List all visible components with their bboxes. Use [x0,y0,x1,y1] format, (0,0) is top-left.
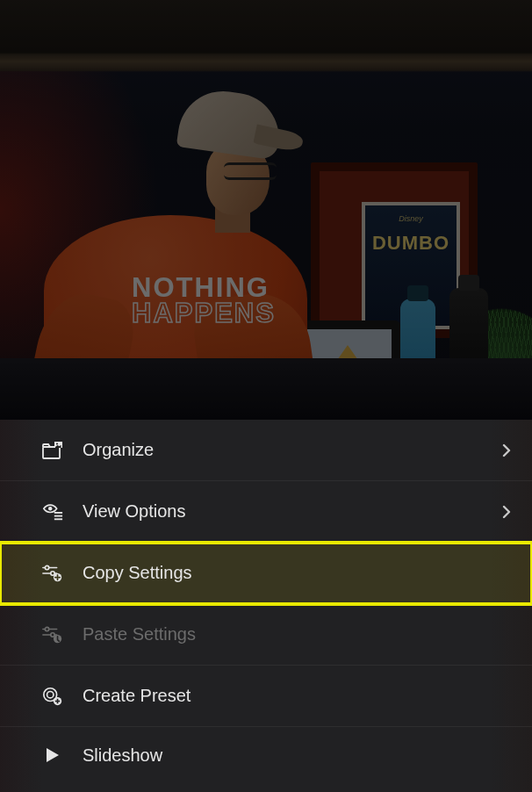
context-menu: Organize View Options [0,420,532,792]
sliders-paste-icon [42,624,63,645]
organize-icon [42,440,63,461]
svg-point-20 [47,691,54,697]
menu-list: Organize View Options [0,420,532,783]
menu-item-organize[interactable]: Organize [0,420,532,481]
play-icon [42,745,63,766]
svg-rect-0 [43,447,60,458]
menu-item-label: Create Preset [83,686,511,706]
svg-point-8 [45,565,48,569]
svg-point-2 [56,443,58,444]
menu-item-slideshow[interactable]: Slideshow [0,727,532,783]
menu-item-label: Copy Settings [83,563,511,583]
menu-item-label: Slideshow [83,745,511,766]
preset-add-icon [42,686,63,707]
menu-item-copy-settings[interactable]: Copy Settings [0,543,532,604]
menu-item-view-options[interactable]: View Options [0,481,532,543]
app-root: Disney DUMBO NOTHING HAPPENS [0,0,532,792]
svg-point-3 [48,507,52,510]
menu-item-label: View Options [83,501,502,522]
sliders-add-icon [42,563,63,584]
menu-item-label: Paste Settings [83,624,511,644]
svg-rect-5 [54,515,62,516]
svg-point-17 [51,632,54,636]
svg-point-10 [51,571,54,574]
photo-scene: Disney DUMBO NOTHING HAPPENS [0,0,532,420]
photo-preview[interactable]: Disney DUMBO NOTHING HAPPENS [0,0,532,420]
svg-point-15 [45,627,48,630]
svg-rect-6 [54,518,62,520]
poster-brand: Disney [365,214,457,223]
chevron-right-icon [502,443,511,457]
menu-item-label: Organize [83,440,502,460]
menu-item-paste-settings: Paste Settings [0,604,532,666]
svg-rect-4 [54,512,62,514]
menu-item-create-preset[interactable]: Create Preset [0,666,532,727]
sweater-graphic-text: NOTHING HAPPENS [132,275,276,327]
chevron-right-icon [502,505,511,519]
view-options-icon [42,501,63,522]
poster-title: DUMBO [365,232,457,255]
